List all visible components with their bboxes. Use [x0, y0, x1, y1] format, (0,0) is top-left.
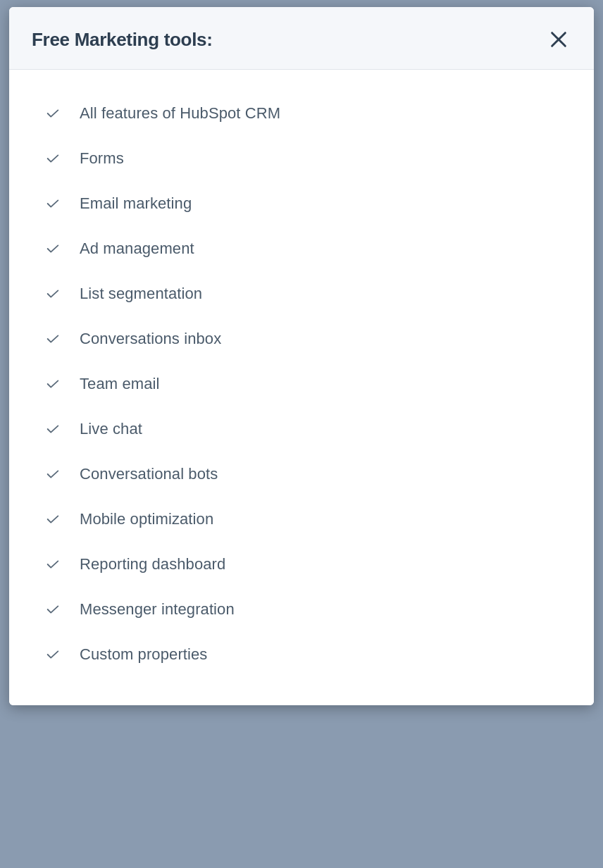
feature-label: Reporting dashboard — [80, 555, 225, 574]
check-icon — [43, 645, 63, 664]
feature-label: Email marketing — [80, 194, 192, 213]
feature-label: Live chat — [80, 420, 142, 438]
list-item: Email marketing — [43, 181, 560, 226]
list-item: Forms — [43, 136, 560, 181]
modal-body: All features of HubSpot CRMFormsEmail ma… — [9, 70, 594, 705]
list-item: Ad management — [43, 226, 560, 271]
list-item: Conversations inbox — [43, 316, 560, 361]
feature-list: All features of HubSpot CRMFormsEmail ma… — [43, 91, 560, 677]
feature-label: Forms — [80, 149, 124, 168]
modal: Free Marketing tools: All features of Hu… — [9, 7, 594, 705]
list-item: All features of HubSpot CRM — [43, 91, 560, 136]
close-button[interactable] — [546, 27, 571, 52]
check-icon — [43, 329, 63, 349]
feature-label: Conversational bots — [80, 465, 218, 483]
list-item: Team email — [43, 361, 560, 407]
feature-label: Mobile optimization — [80, 510, 213, 528]
check-icon — [43, 104, 63, 123]
check-icon — [43, 194, 63, 213]
list-item: Mobile optimization — [43, 497, 560, 542]
check-icon — [43, 509, 63, 529]
check-icon — [43, 239, 63, 259]
list-item: Custom properties — [43, 632, 560, 677]
feature-label: Messenger integration — [80, 600, 235, 619]
feature-label: Custom properties — [80, 645, 207, 664]
modal-header: Free Marketing tools: — [9, 7, 594, 70]
feature-label: Conversations inbox — [80, 330, 221, 348]
modal-title: Free Marketing tools: — [32, 29, 213, 51]
feature-label: Ad management — [80, 240, 194, 258]
check-icon — [43, 464, 63, 484]
check-icon — [43, 284, 63, 304]
check-icon — [43, 419, 63, 439]
list-item: Reporting dashboard — [43, 542, 560, 587]
check-icon — [43, 554, 63, 574]
feature-label: All features of HubSpot CRM — [80, 104, 280, 123]
list-item: Conversational bots — [43, 452, 560, 497]
feature-label: List segmentation — [80, 285, 202, 303]
list-item: Messenger integration — [43, 587, 560, 632]
list-item: List segmentation — [43, 271, 560, 316]
check-icon — [43, 374, 63, 394]
close-icon — [549, 30, 568, 49]
feature-label: Team email — [80, 375, 159, 393]
check-icon — [43, 149, 63, 168]
list-item: Live chat — [43, 407, 560, 452]
check-icon — [43, 600, 63, 619]
